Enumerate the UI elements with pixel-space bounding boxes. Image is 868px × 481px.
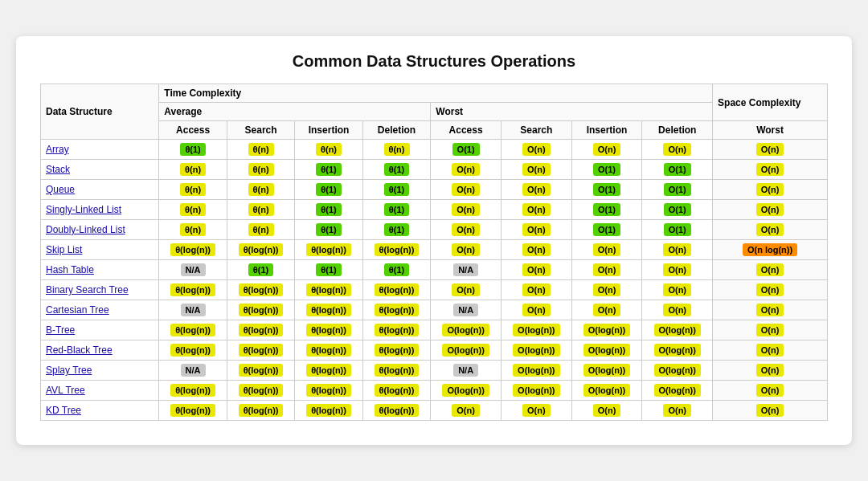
complexity-badge: θ(log(n)) (239, 304, 284, 316)
complexity-badge: O(n) (663, 283, 691, 296)
space-cell: O(n) (713, 340, 828, 361)
col-worst-search: Search (501, 121, 571, 140)
ds-name-cell[interactable]: Array (41, 140, 159, 160)
complexity-badge: O(log(n)) (583, 324, 630, 336)
ds-name-cell[interactable]: Doubly-Linked List (41, 220, 159, 240)
complexity-cell: θ(log(n)) (295, 320, 362, 340)
complexity-cell: θ(log(n)) (227, 320, 294, 340)
complexity-badge: O(n) (663, 404, 691, 417)
ds-name-cell[interactable]: Splay Tree (41, 361, 159, 381)
complexity-badge: O(log(n)) (654, 384, 701, 397)
ds-name-cell[interactable]: Binary Search Tree (41, 280, 159, 300)
complexity-badge: O(log(n)) (654, 344, 701, 357)
ds-name-cell[interactable]: Singly-Linked List (41, 200, 159, 220)
complexity-cell: θ(n) (227, 200, 294, 220)
ds-name-cell[interactable]: Stack (41, 160, 159, 180)
complexity-badge: O(n) (593, 243, 621, 256)
ds-name-cell[interactable]: AVL Tree (41, 381, 159, 401)
complexity-cell: θ(log(n)) (227, 381, 294, 401)
space-cell: O(n) (713, 320, 828, 340)
header-ds: Data Structure (41, 84, 159, 140)
complexity-badge: θ(n) (316, 143, 342, 156)
complexity-cell: O(log(n)) (501, 340, 571, 361)
complexity-cell: θ(1) (362, 260, 430, 280)
complexity-badge: O(n) (522, 304, 551, 316)
complexity-badge: O(1) (593, 203, 620, 216)
table-row: Skip Listθ(log(n))θ(log(n))θ(log(n))θ(lo… (41, 240, 828, 260)
col-avg-deletion: Deletion (362, 121, 430, 140)
complexity-cell: θ(1) (295, 200, 362, 220)
complexity-badge: θ(1) (316, 223, 341, 236)
complexity-cell: θ(n) (227, 180, 294, 200)
complexity-badge: θ(n) (248, 223, 274, 236)
ds-name-cell[interactable]: KD Tree (41, 401, 159, 421)
header-space: Space Complexity (713, 84, 828, 121)
complexity-table: Data Structure Time Complexity Space Com… (40, 84, 828, 421)
complexity-cell: O(n) (431, 200, 502, 220)
complexity-badge: O(1) (664, 183, 691, 196)
complexity-badge: θ(log(n)) (239, 324, 284, 336)
ds-name-cell[interactable]: Queue (41, 180, 159, 200)
complexity-cell: θ(1) (362, 160, 430, 180)
space-cell: O(n log(n)) (713, 240, 828, 260)
ds-name-cell[interactable]: Skip List (41, 240, 159, 260)
table-row: Stackθ(n)θ(n)θ(1)θ(1)O(n)O(n)O(1)O(1)O(n… (41, 160, 828, 180)
complexity-badge: θ(n) (248, 163, 274, 176)
complexity-cell: O(log(n)) (571, 320, 642, 340)
complexity-badge: O(n) (593, 404, 621, 417)
complexity-badge: O(log(n)) (654, 364, 701, 377)
complexity-cell: N/A (431, 260, 502, 280)
complexity-cell: O(log(n)) (501, 320, 571, 340)
complexity-cell: θ(log(n)) (295, 240, 362, 260)
space-cell: O(n) (713, 180, 828, 200)
complexity-badge: θ(log(n)) (170, 243, 215, 256)
complexity-badge: θ(n) (180, 183, 206, 196)
space-badge: O(n) (756, 384, 784, 397)
complexity-cell: O(log(n)) (571, 340, 642, 361)
complexity-badge: θ(n) (180, 223, 206, 236)
complexity-badge: O(log(n)) (513, 324, 559, 336)
complexity-badge: O(n) (452, 203, 480, 216)
complexity-cell: O(n) (642, 401, 713, 421)
complexity-cell: O(n) (571, 240, 642, 260)
complexity-cell: O(1) (642, 220, 713, 240)
complexity-cell: θ(log(n)) (159, 320, 227, 340)
complexity-cell: θ(log(n)) (159, 340, 227, 361)
complexity-badge: θ(log(n)) (375, 243, 420, 256)
complexity-cell: O(n) (571, 260, 642, 280)
ds-name-cell[interactable]: Cartesian Tree (41, 300, 159, 320)
space-cell: O(n) (713, 381, 828, 401)
complexity-badge: O(n) (452, 283, 480, 296)
complexity-cell: O(n) (642, 260, 713, 280)
ds-name-cell[interactable]: B-Tree (41, 320, 159, 340)
complexity-badge: θ(1) (316, 263, 341, 276)
complexity-cell: θ(n) (295, 140, 362, 160)
complexity-cell: O(n) (501, 200, 571, 220)
complexity-cell: θ(log(n)) (227, 280, 294, 300)
complexity-badge: O(1) (593, 223, 620, 236)
ds-name-cell[interactable]: Red-Black Tree (41, 340, 159, 361)
complexity-badge: θ(log(n)) (239, 283, 284, 296)
complexity-cell: O(n) (571, 300, 642, 320)
complexity-badge: θ(log(n)) (170, 344, 215, 357)
complexity-cell: θ(n) (227, 140, 294, 160)
complexity-cell: θ(n) (159, 180, 227, 200)
ds-name-cell[interactable]: Hash Table (41, 260, 159, 280)
complexity-cell: θ(1) (295, 180, 362, 200)
complexity-badge: θ(log(n)) (239, 243, 284, 256)
col-worst-access: Access (431, 121, 502, 140)
complexity-cell: O(1) (571, 160, 642, 180)
complexity-badge: O(n) (663, 143, 691, 156)
complexity-badge: θ(1) (384, 223, 409, 236)
complexity-cell: θ(1) (362, 200, 430, 220)
complexity-cell: θ(log(n)) (295, 280, 362, 300)
complexity-cell: O(n) (571, 140, 642, 160)
table-row: Arrayθ(1)θ(n)θ(n)θ(n)O(1)O(n)O(n)O(n)O(n… (41, 140, 828, 160)
complexity-badge: θ(1) (384, 263, 409, 276)
complexity-badge: N/A (453, 304, 478, 316)
complexity-cell: O(n) (501, 401, 571, 421)
complexity-cell: O(n) (642, 280, 713, 300)
complexity-cell: O(n) (431, 220, 502, 240)
complexity-cell: θ(log(n)) (227, 401, 294, 421)
complexity-badge: θ(log(n)) (306, 384, 351, 397)
